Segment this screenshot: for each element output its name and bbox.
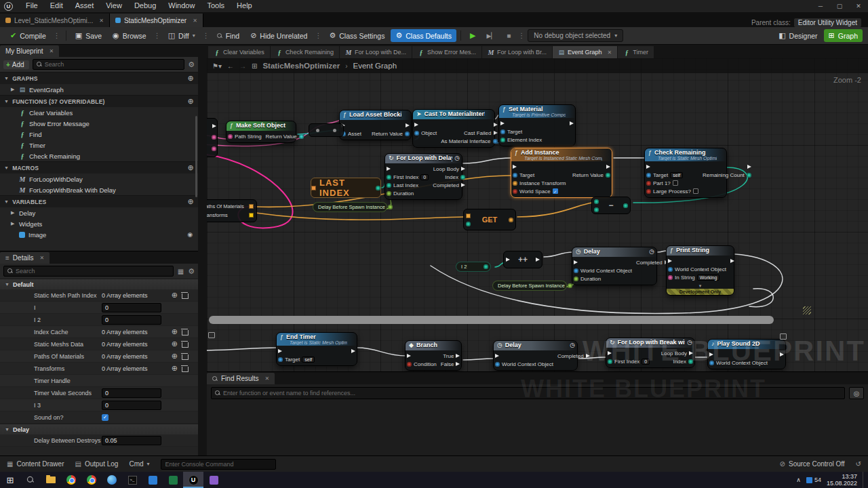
graph-tab-event-graph[interactable]: ▤Event Graph✕	[553, 46, 617, 58]
node-check-remaining[interactable]: ƒCheck RemainingTarget is Static Mesh Op…	[644, 148, 727, 198]
revision-control-button[interactable]: ↺	[856, 460, 861, 468]
play-button[interactable]: ▶	[465, 29, 480, 42]
pin-exec[interactable]	[414, 121, 437, 129]
pin-index[interactable]	[466, 220, 471, 228]
pin-array[interactable]	[466, 211, 471, 220]
graph-tab-for-loop-with-br[interactable]: MFor Loop with Br...	[482, 46, 552, 58]
taskbar-unreal-icon[interactable]: U	[183, 472, 203, 488]
value-input[interactable]: 0	[102, 401, 161, 410]
taskbar-clock[interactable]: 13:37 15.08.2022	[827, 473, 857, 487]
cmd-dropdown[interactable]: Cmd▾	[129, 460, 149, 468]
pin-target[interactable]: Target	[500, 127, 542, 136]
trash-icon[interactable]	[182, 292, 187, 298]
expand-chevron-icon[interactable]: ▾	[667, 283, 734, 289]
taskbar-code-icon[interactable]	[142, 472, 163, 488]
pin-exec[interactable]	[406, 121, 410, 129]
gear-icon[interactable]: ⚙	[188, 267, 195, 276]
taskbar-search-icon[interactable]	[20, 472, 41, 488]
pin-index[interactable]: Index	[445, 173, 465, 181]
node-delay-bottom[interactable]: ◷Delay◷World Context ObjectCompleted	[493, 340, 578, 371]
breadcrumb-root[interactable]: StaticMeshOptimizer	[262, 62, 340, 70]
graph-tab-show-error-mes[interactable]: ƒShow Error Mes...	[412, 46, 481, 58]
pin-exec[interactable]	[278, 347, 315, 355]
source-control-button[interactable]: ⊘Source Control Off	[780, 460, 845, 468]
value-input[interactable]: 0.05	[102, 436, 161, 445]
sidebar-item-find[interactable]: ƒFind	[0, 129, 198, 140]
close-icon[interactable]: ✕	[608, 49, 612, 56]
pin-value[interactable]: self	[670, 172, 683, 178]
pin-loop-body[interactable]: Loop Body	[661, 349, 693, 357]
class-settings-button[interactable]: ⚙Class Settings	[324, 29, 389, 42]
scrollbar[interactable]	[195, 116, 197, 197]
pin-first-index[interactable]: First Index0	[387, 173, 429, 181]
value-input[interactable]: 0	[102, 315, 161, 325]
checkbox[interactable]: ✓	[102, 414, 108, 421]
content-drawer-button[interactable]: ▦Content Drawer	[7, 460, 64, 468]
pin-world-context-object[interactable]: World Context Object	[709, 359, 768, 367]
value-input[interactable]: 0	[102, 303, 161, 312]
pin-exec[interactable]	[351, 347, 355, 355]
node-end-timer[interactable]: ƒEnd TimerTarget is Static Mesh Optimize…	[276, 332, 357, 366]
sidebar-item-forloopwithbreak-with-delay[interactable]: MForLoopWithBreak With Delay	[0, 184, 198, 195]
taskbar-chrome-icon[interactable]	[61, 472, 81, 488]
pin-exec[interactable]	[747, 163, 751, 171]
pin-exec[interactable]	[513, 163, 566, 171]
compile-options-icon[interactable]: ⋮	[52, 32, 62, 39]
pin-duration[interactable]: Duration	[574, 274, 632, 283]
operator-node[interactable]: ++	[503, 251, 542, 268]
pin-in-string[interactable]: In StringWorking	[668, 273, 726, 281]
sidebar-item-timer[interactable]: ƒTimer	[0, 140, 198, 150]
pin-in[interactable]	[594, 197, 599, 205]
my-blueprint-search-input[interactable]	[45, 61, 180, 68]
details-category-default[interactable]: ▼Default	[0, 279, 198, 289]
pin-condition[interactable]: Condition	[407, 360, 437, 368]
pin-paths-of-materials[interactable]: Paths Of Materials	[207, 202, 255, 211]
pin-out[interactable]	[623, 201, 628, 209]
find-button[interactable]: Find	[212, 30, 244, 42]
pin-cast-failed[interactable]: Cast Failed	[464, 129, 497, 137]
pin-in[interactable]	[594, 205, 599, 214]
pin-target[interactable]: Targetself	[646, 171, 698, 179]
taskbar-chrome2-icon[interactable]	[81, 472, 102, 488]
graph-tab-clear-variables[interactable]: ƒClear Variables	[208, 46, 270, 58]
node-set-material[interactable]: ƒSet MaterialTarget is Primitive Compone…	[498, 104, 576, 146]
variable-get-i-2[interactable]: I 2	[456, 262, 491, 272]
tray-badge[interactable]: 54	[806, 476, 821, 483]
tab-find-results[interactable]: Find Results ✕	[207, 373, 275, 384]
pin-value[interactable]: 0	[642, 359, 650, 365]
pin-completed[interactable]: Completed	[557, 352, 590, 360]
add-icon[interactable]: ⊕	[188, 97, 194, 106]
pin-value[interactable]: 0	[420, 174, 429, 180]
variable-get-delay-before-spawn-instance[interactable]: Delay Before Spawn Instance	[492, 281, 567, 291]
event-graph-canvas[interactable]: ƒMake Soft Object PathPath StringReturn …	[207, 58, 868, 371]
pin-false[interactable]: False	[441, 360, 460, 368]
pin-completed[interactable]: Completed	[433, 181, 465, 189]
close-icon[interactable]: ✕	[193, 18, 197, 24]
value-input[interactable]: 0	[102, 388, 161, 398]
pin-value[interactable]: self	[302, 357, 315, 363]
sidebar-item-widgets[interactable]: ▶Widgets	[0, 218, 198, 229]
pin-return-value[interactable]: Return Value	[372, 129, 410, 138]
taskbar-store-icon[interactable]	[203, 472, 224, 488]
graph-tab-check-remaining[interactable]: ƒCheck Remaining	[271, 46, 339, 58]
pin-checkbox[interactable]: ✓	[553, 188, 558, 194]
pin-large-process[interactable]: Large Process?	[646, 187, 698, 195]
pin-part-1[interactable]: Part 1?	[646, 179, 698, 187]
close-icon[interactable]: ✕	[50, 48, 54, 54]
pin-exec[interactable]	[407, 352, 437, 360]
pin-target[interactable]: Targetself	[278, 355, 315, 363]
node-for-loop-with-break-with-delay[interactable]: ↻For Loop with Break with Delay◷First In…	[606, 338, 695, 368]
clipped-node[interactable]	[207, 118, 218, 157]
back-icon[interactable]: ←	[227, 62, 234, 70]
array-get-node[interactable]: GET	[463, 209, 516, 230]
pin-element-index[interactable]: Element Index	[500, 136, 542, 144]
menu-file[interactable]: File	[20, 0, 44, 12]
pin-exec[interactable]	[668, 257, 726, 265]
section-macros[interactable]: ▼MACROS⊕	[0, 161, 198, 174]
sidebar-item-eventgraph[interactable]: ▶▤EventGraph	[0, 84, 198, 95]
console-input-box[interactable]	[161, 459, 276, 470]
node-branch[interactable]: ◆BranchConditionTrueFalse	[405, 340, 462, 371]
pin-exec[interactable]	[500, 119, 542, 127]
display-filter-icon[interactable]: ▦	[178, 268, 184, 275]
forward-icon[interactable]: →	[239, 62, 246, 70]
